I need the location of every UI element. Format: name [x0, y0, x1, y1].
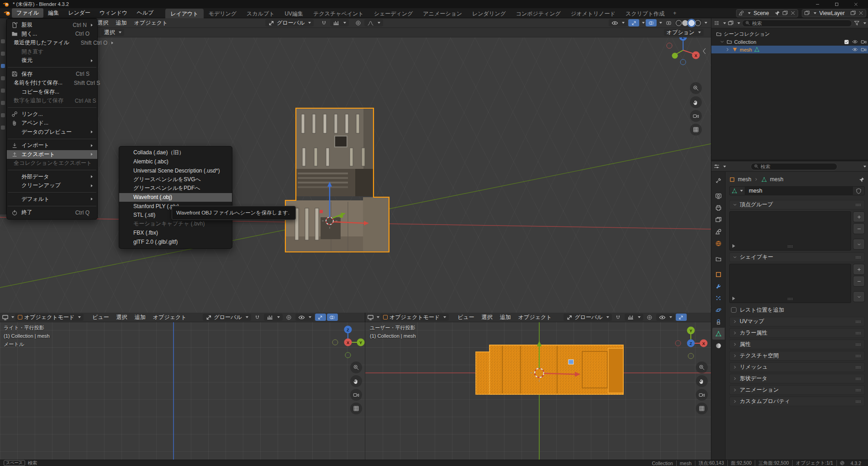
menu-item-new[interactable]: 新規Ctrl N — [7, 21, 97, 30]
rest-position-checkbox[interactable] — [731, 307, 736, 313]
tab-constraints[interactable] — [712, 316, 725, 328]
remove-shape-key-button[interactable] — [853, 276, 865, 287]
mesh-data-selector[interactable] — [729, 186, 745, 195]
scene-selector[interactable]: Scene — [736, 9, 798, 17]
scene-canvas[interactable]: Z X — [0, 18, 711, 313]
camera-view-button[interactable] — [696, 389, 708, 401]
add-workspace-button[interactable]: + — [669, 9, 680, 18]
tab-layout[interactable]: レイアウト — [165, 9, 203, 18]
tab-modeling[interactable]: モデリング — [204, 9, 242, 18]
camera-icon[interactable] — [861, 47, 867, 52]
menu-item-cleanup[interactable]: クリーンアップ — [7, 181, 97, 190]
add-vertex-group-button[interactable] — [853, 211, 865, 222]
camera-view-button[interactable] — [690, 110, 702, 122]
scene-canvas-bl[interactable]: Z X Y — [0, 313, 365, 460]
panel-color-attributes[interactable]: カラー属性 — [729, 328, 865, 338]
outliner-search[interactable] — [742, 20, 852, 27]
panel-custom-properties[interactable]: カスタムプロパティ — [729, 397, 865, 406]
xray-toggle[interactable] — [663, 19, 674, 26]
menu-item-wavefront-obj[interactable]: Wavefront (.obj) — [119, 193, 232, 202]
show-object-types-dropdown[interactable] — [609, 19, 627, 26]
perspective-toggle-button[interactable] — [690, 124, 702, 136]
list-expand-icon[interactable] — [732, 297, 735, 300]
options-dropdown[interactable]: オプション — [664, 29, 704, 36]
eye-icon[interactable] — [852, 39, 858, 45]
toolbar-icon[interactable] — [1, 64, 5, 68]
drag-grip-icon[interactable] — [855, 343, 862, 346]
proportional-edit-toggle[interactable] — [352, 19, 363, 26]
outliner-search-input[interactable] — [752, 21, 849, 26]
tab-view-layer[interactable] — [712, 214, 725, 225]
snap-settings-dropdown[interactable] — [264, 314, 283, 321]
collapse-arrow-icon[interactable] — [703, 48, 705, 54]
viewport-main[interactable]: ビュー 選択 追加 オブジェクト グローバル — [0, 18, 711, 313]
tab-rendering[interactable]: レンダリング — [467, 9, 511, 18]
tab-uv-editing[interactable]: UV編集 — [279, 9, 308, 18]
properties-editor-icon[interactable] — [714, 163, 720, 169]
outliner-display-mode-icon[interactable] — [714, 20, 720, 26]
pin-icon[interactable] — [774, 10, 780, 16]
menu-item-fbx[interactable]: FBX (.fbx) — [119, 229, 232, 238]
outliner-row-scene-collection[interactable]: シーンコレクション — [711, 30, 868, 38]
menu-item-collada[interactable]: Collada (.dae)（旧） — [119, 148, 232, 157]
transform-orientation-dropdown[interactable]: グローバル — [265, 19, 314, 26]
menu-item-quit[interactable]: 終了Ctrl Q — [7, 208, 97, 217]
menu-object[interactable]: オブジェクト — [150, 313, 190, 322]
show-object-types-dropdown[interactable] — [656, 314, 675, 321]
drag-grip-icon[interactable] — [855, 203, 862, 207]
shading-solid-icon[interactable] — [682, 20, 688, 26]
shading-wireframe-icon[interactable] — [676, 20, 682, 26]
chevron-down-icon[interactable] — [720, 39, 725, 44]
drag-grip-icon[interactable] — [855, 400, 862, 403]
zoom-button[interactable] — [696, 361, 708, 373]
shape-keys-list[interactable] — [729, 264, 851, 303]
tab-render[interactable] — [712, 190, 725, 202]
network-offline-icon[interactable] — [840, 461, 845, 466]
list-expand-icon[interactable] — [732, 244, 735, 248]
blender-menu-icon[interactable] — [4, 10, 11, 16]
new-scene-icon[interactable] — [782, 10, 788, 16]
menu-item-grease-pencil-svg[interactable]: グリースペンシルをSVGへ — [119, 175, 232, 184]
tab-scripting[interactable]: スクリプト作成 — [621, 9, 669, 18]
overlays-toggle[interactable] — [646, 19, 657, 26]
pin-icon[interactable] — [859, 177, 865, 183]
show-object-types-dropdown[interactable] — [295, 314, 314, 321]
tab-output[interactable] — [712, 202, 725, 214]
drag-grip-icon[interactable] — [855, 366, 862, 369]
properties-search[interactable] — [751, 163, 837, 170]
navigation-gizmo[interactable]: Z X — [667, 33, 705, 65]
gizmos-toggle[interactable] — [628, 19, 639, 26]
add-shape-key-button[interactable] — [853, 264, 865, 275]
menu-view[interactable]: ビュー — [454, 313, 478, 322]
vertex-group-specials-button[interactable] — [853, 239, 865, 250]
viewport-bottom-right[interactable]: オブジェクトモード ビュー 選択 追加 オブジェクト グローバル ユーザー・平行… — [365, 313, 711, 460]
tab-particles[interactable] — [712, 292, 725, 304]
maximize-button[interactable] — [827, 0, 846, 8]
menu-window[interactable]: ウィンドウ — [95, 8, 132, 18]
menu-item-open[interactable]: 開く...Ctrl O — [7, 30, 97, 39]
toolbar-icon[interactable] — [1, 126, 5, 130]
minimize-button[interactable] — [808, 0, 827, 8]
tab-world[interactable] — [712, 237, 725, 249]
menu-select[interactable]: 選択 — [113, 313, 131, 322]
menu-item-link[interactable]: リンク... — [7, 110, 97, 119]
tab-object-data[interactable] — [712, 328, 725, 340]
proportional-edit-toggle[interactable] — [644, 314, 655, 321]
menu-edit[interactable]: 編集 — [43, 8, 63, 18]
tab-shading[interactable]: シェーディング — [369, 9, 418, 18]
tab-compositing[interactable]: コンポジティング — [511, 9, 566, 18]
drag-grip-icon[interactable] — [855, 377, 862, 381]
camera-icon[interactable] — [861, 39, 867, 45]
scene-canvas-br[interactable]: Y Z X — [365, 313, 711, 460]
menu-item-open-recent[interactable]: 最近使用したファイルShift Ctrl O — [7, 38, 97, 47]
menu-object[interactable]: オブジェクト — [131, 18, 171, 28]
toolbar-icon[interactable] — [1, 76, 5, 80]
tab-texture-paint[interactable]: テクスチャペイント — [308, 9, 369, 18]
menu-file[interactable]: ファイル — [12, 8, 43, 18]
snap-settings-dropdown[interactable] — [625, 314, 643, 321]
menu-item-data-preview[interactable]: データのプレビュー — [7, 128, 97, 137]
view-layer-selector[interactable]: ViewLayer — [802, 9, 866, 17]
drag-grip-icon[interactable] — [855, 331, 862, 335]
outliner-row-mesh[interactable]: mesh — [711, 46, 868, 53]
menu-render[interactable]: レンダー — [63, 8, 95, 18]
